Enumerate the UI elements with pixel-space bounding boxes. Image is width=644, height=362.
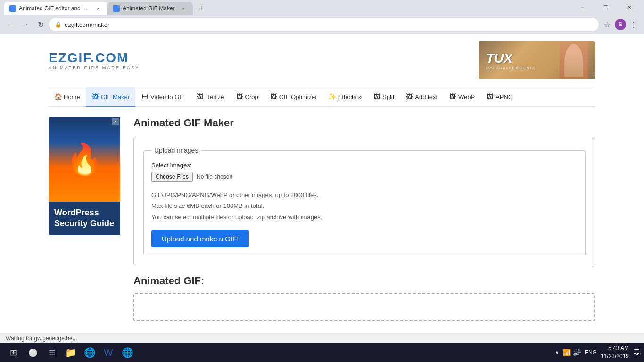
- gif-optimizer-icon: 🖼: [270, 93, 277, 100]
- notification-button[interactable]: 🗨: [633, 348, 640, 357]
- ad-image-content: 🔥: [66, 144, 103, 174]
- taskbar-tray: ∧ 📶 🔊 ENG 5:43 AM 11/23/2019 🗨: [555, 345, 640, 361]
- gif-section-title: Animated GIF:: [133, 275, 595, 287]
- taskbar-task-view[interactable]: ☰: [43, 344, 60, 361]
- tray-network-icon[interactable]: 📶: [563, 349, 571, 356]
- header-ad-inner: TUX HYPO-ALLERGENIC: [479, 41, 595, 79]
- taskbar-chrome[interactable]: 🌐: [119, 344, 136, 361]
- home-icon: 🏠: [54, 93, 62, 100]
- nav-effects[interactable]: ✨ Effects »: [323, 87, 367, 107]
- maximize-button[interactable]: ☐: [595, 0, 617, 15]
- security-icon: 🔒: [55, 21, 62, 28]
- page-content: EZGIF.COM Animated Gifs Made Easy TUX HY…: [0, 34, 644, 343]
- logo-area: EZGIF.COM Animated Gifs Made Easy: [49, 50, 140, 70]
- new-tab-button[interactable]: +: [195, 2, 208, 15]
- nav-webp-label: WebP: [458, 93, 475, 100]
- taskbar-word[interactable]: W: [100, 344, 117, 361]
- ad-close-button[interactable]: ×: [112, 118, 119, 125]
- tray-sound-icon[interactable]: 🔊: [573, 349, 581, 356]
- nav-home[interactable]: 🏠 Home: [49, 87, 86, 107]
- page-main: Animated GIF Maker Upload images Select …: [133, 117, 595, 321]
- taskbar-edge[interactable]: 🌐: [81, 344, 98, 361]
- tray-expand-button[interactable]: ∧: [555, 349, 559, 356]
- tab-1-title: Animated GIF editor and GIF ma...: [19, 5, 90, 12]
- site-header: EZGIF.COM Animated Gifs Made Easy TUX HY…: [49, 34, 595, 87]
- nav-add-text-label: Add text: [415, 93, 438, 100]
- logo-sub: Animated Gifs Made Easy: [49, 66, 140, 70]
- nav-gif-optimizer-label: GIF Optimizer: [279, 93, 317, 100]
- site-wrapper: EZGIF.COM Animated Gifs Made Easy TUX HY…: [0, 34, 644, 333]
- tab-2-close[interactable]: ×: [180, 5, 187, 12]
- ad-tagline: HYPO-ALLERGENIC: [486, 66, 536, 70]
- hint-2: Max file size 6MB each or 100MB in total…: [151, 200, 578, 211]
- tray-language[interactable]: ENG: [585, 349, 597, 356]
- split-icon: 🖼: [373, 93, 380, 100]
- window-controls: − ☐ ✕: [571, 0, 640, 15]
- ad-model-image: [564, 44, 583, 77]
- apng-icon: 🖼: [486, 93, 494, 100]
- tab-2[interactable]: Animated GIF Maker ×: [107, 2, 193, 15]
- file-input-area: Choose Files No file chosen: [151, 172, 578, 182]
- tray-time-value: 5:43 AM: [601, 345, 629, 353]
- status-bar: Waiting for gw.geoedge.be...: [0, 333, 644, 343]
- tray-date-value: 11/23/2019: [601, 353, 629, 361]
- video-to-gif-icon: 🎞: [141, 93, 149, 100]
- nav-split-label: Split: [382, 93, 394, 100]
- minimize-button[interactable]: −: [571, 0, 593, 15]
- url-text: ezgif.com/maker: [65, 21, 109, 28]
- url-bar[interactable]: 🔒 ezgif.com/maker: [49, 18, 599, 31]
- nav-crop-label: Crop: [245, 93, 258, 100]
- resize-icon: 🖼: [196, 93, 204, 100]
- nav-bar: 🏠 Home 🖼 GIF Maker 🎞 Video to GIF �: [49, 87, 595, 107]
- start-button[interactable]: ⊞: [4, 344, 23, 361]
- hint-3: You can select multiple files or upload …: [151, 212, 578, 222]
- page-title: Animated GIF Maker: [133, 117, 595, 129]
- tray-icons: 📶 🔊: [563, 349, 581, 356]
- taskbar-cortana[interactable]: ⚪: [25, 344, 41, 361]
- ad-model: [560, 42, 588, 79]
- ad-brand-name: TUX: [486, 51, 536, 66]
- nav-effects-label: Effects »: [338, 93, 362, 100]
- profile-avatar[interactable]: S: [615, 19, 626, 30]
- tab-1-favicon: [9, 5, 16, 12]
- tab-1[interactable]: Animated GIF editor and GIF ma... ×: [4, 2, 107, 15]
- bookmark-icon[interactable]: ☆: [601, 18, 614, 31]
- gif-dropzone: [133, 293, 595, 321]
- nav-resize-label: Resize: [206, 93, 224, 100]
- no-file-label: No file chosen: [197, 173, 232, 180]
- nav-resize[interactable]: 🖼 Resize: [190, 87, 230, 107]
- close-button[interactable]: ✕: [619, 0, 640, 15]
- refresh-button[interactable]: ↻: [34, 18, 47, 31]
- tab-2-favicon: [113, 5, 120, 12]
- nav-gif-maker[interactable]: 🖼 GIF Maker: [86, 87, 135, 107]
- nav-crop[interactable]: 🖼 Crop: [230, 87, 264, 107]
- nav-add-text[interactable]: 🖼 Add text: [400, 87, 443, 107]
- taskbar: ⊞ ⚪ ☰ 📁 🌐 W 🌐 ∧ 📶 🔊 ENG 5:4: [0, 343, 644, 362]
- forward-button[interactable]: →: [19, 18, 32, 31]
- toolbar-icons: ☆ S ⋮: [601, 18, 640, 31]
- nav-video-to-gif[interactable]: 🎞 Video to GIF: [135, 87, 190, 107]
- title-bar: Animated GIF editor and GIF ma... × Anim…: [0, 0, 644, 15]
- menu-icon[interactable]: ⋮: [627, 18, 640, 31]
- nav-video-to-gif-label: Video to GIF: [150, 93, 185, 100]
- sidebar-ad-text-area: WordPress Security Guide: [49, 202, 120, 235]
- upload-legend: Upload images: [151, 147, 201, 154]
- choose-files-button[interactable]: Choose Files: [151, 172, 193, 182]
- tab-2-title: Animated GIF Maker: [123, 5, 175, 12]
- webp-icon: 🖼: [449, 93, 456, 100]
- upload-box: Upload images Select images: Choose File…: [133, 137, 595, 265]
- upload-button[interactable]: Upload and make a GIF!: [151, 230, 249, 247]
- nav-apng[interactable]: 🖼 APNG: [480, 87, 519, 107]
- back-button[interactable]: ←: [4, 18, 17, 31]
- tab-1-close[interactable]: ×: [94, 5, 102, 12]
- logo-text: EZGIF.COM: [49, 50, 140, 66]
- nav-apng-label: APNG: [495, 93, 513, 100]
- sidebar-ad-image: 🔥: [49, 117, 120, 202]
- hint-1: GIF/JPG/PNG/APNG/WebP or other images, u…: [151, 189, 578, 200]
- upload-hints: GIF/JPG/PNG/APNG/WebP or other images, u…: [151, 189, 578, 222]
- nav-webp[interactable]: 🖼 WebP: [443, 87, 480, 107]
- nav-gif-optimizer[interactable]: 🖼 GIF Optimizer: [264, 87, 323, 107]
- taskbar-file-explorer[interactable]: 📁: [62, 344, 79, 361]
- tab-bar: Animated GIF editor and GIF ma... × Anim…: [4, 0, 571, 15]
- nav-split[interactable]: 🖼 Split: [367, 87, 400, 107]
